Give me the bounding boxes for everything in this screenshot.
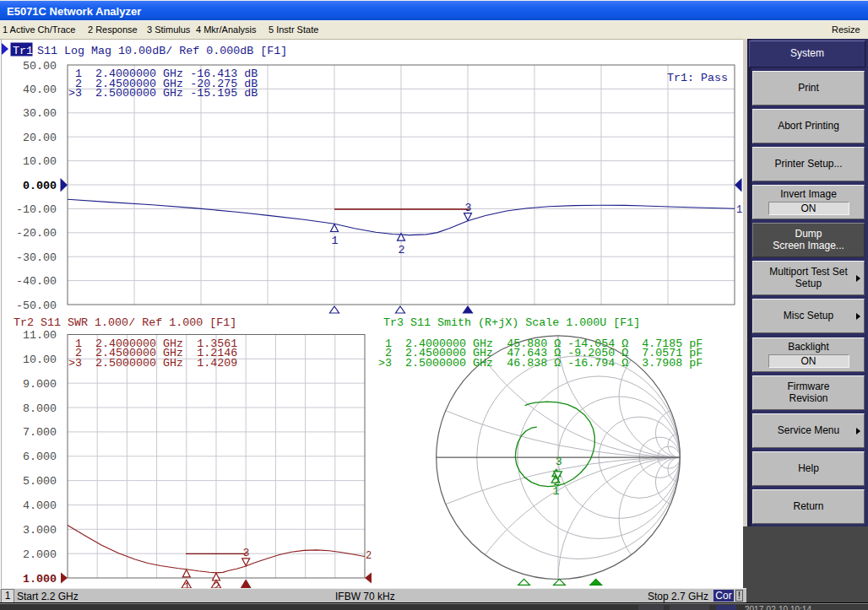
svg-text:4.000: 4.000	[23, 499, 57, 512]
svg-text:3: 3	[243, 547, 250, 559]
svg-text:2: 2	[213, 580, 220, 588]
svg-text:-30.00: -30.00	[16, 251, 57, 264]
svg-text:3.000: 3.000	[23, 524, 57, 537]
svg-text:Tr1: Pass: Tr1: Pass	[667, 72, 728, 84]
svg-text:Tr3 S11 Smith (R+jX) Scale 1.0: Tr3 S11 Smith (R+jX) Scale 1.000U [F1]	[383, 316, 640, 329]
svg-text:Tr1: Tr1	[13, 45, 33, 57]
svg-text:1.000: 1.000	[23, 573, 57, 586]
svg-text:9.000: 9.000	[23, 378, 57, 391]
svg-text:1: 1	[183, 580, 190, 588]
svg-text:2: 2	[398, 244, 404, 256]
svg-text:0.000: 0.000	[23, 180, 57, 192]
svg-text:40.00: 40.00	[23, 84, 57, 96]
svg-text:Tr2 S11 SWR 1.000/ Ref 1.000 [: Tr2 S11 SWR 1.000/ Ref 1.000 [F1]	[14, 316, 236, 329]
svg-text:10.00: 10.00	[23, 354, 57, 366]
svg-text:30.00: 30.00	[23, 107, 57, 120]
svg-text:-20.00: -20.00	[16, 227, 57, 240]
svg-text:S11 Log Mag 10.00dB/ Ref 0.000: S11 Log Mag 10.00dB/ Ref 0.000dB [F1]	[37, 45, 287, 57]
svg-text:2: 2	[366, 550, 372, 562]
svg-text:-50.00: -50.00	[16, 300, 57, 312]
svg-text:11.00: 11.00	[23, 329, 57, 342]
svg-text:-40.00: -40.00	[16, 275, 57, 288]
svg-text:6.000: 6.000	[23, 451, 57, 463]
svg-text:-10.00: -10.00	[16, 203, 57, 216]
svg-text:>3 2.5000000 GHz -15.195 dB: >3 2.5000000 GHz -15.195 dB	[68, 87, 258, 100]
svg-text:50.00: 50.00	[23, 60, 57, 73]
svg-text:8.000: 8.000	[23, 402, 57, 415]
svg-text:1: 1	[736, 204, 742, 216]
svg-text:>3 2.5000000 GHz 1.4209: >3 2.5000000 GHz 1.4209	[68, 357, 237, 370]
svg-text:20.00: 20.00	[23, 132, 57, 144]
svg-text:3: 3	[556, 456, 562, 468]
svg-text:1: 1	[552, 485, 559, 498]
svg-text:5.000: 5.000	[23, 475, 57, 488]
svg-text:>3 2.5000000 GHz 46.838 Ω -1: >3 2.5000000 GHz 46.838 Ω -16.794 Ω 3.79…	[378, 357, 703, 370]
svg-text:3: 3	[464, 202, 471, 214]
svg-text:10.00: 10.00	[23, 155, 57, 168]
svg-text:2.000: 2.000	[23, 548, 57, 561]
svg-text:1: 1	[331, 235, 338, 247]
svg-text:7.000: 7.000	[23, 426, 57, 439]
